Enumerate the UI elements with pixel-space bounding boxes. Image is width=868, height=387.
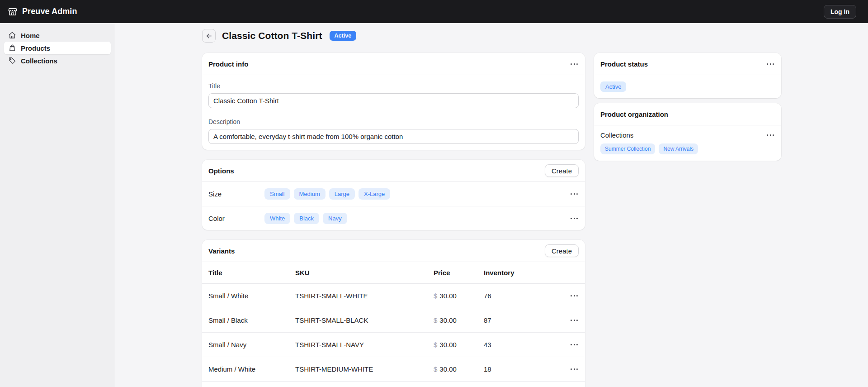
arrow-left-icon xyxy=(205,32,213,40)
collection-tag: Summer Collection xyxy=(600,143,655,154)
title-input[interactable] xyxy=(208,93,579,108)
column-header-price: Price xyxy=(434,269,484,277)
variant-row[interactable]: Small / White TSHIRT-SMALL-WHITE $30.00 … xyxy=(202,284,585,308)
sidebar: Home Products Collections xyxy=(0,23,115,387)
variant-title: Small / Navy xyxy=(208,341,295,349)
variant-sku: TSHIRT-MEDIUM-WHITE xyxy=(295,365,434,373)
variants-table-header: Title SKU Price Inventory xyxy=(202,262,585,284)
variant-menu-button[interactable] xyxy=(570,366,579,373)
option-row-color: Color White Black Navy xyxy=(202,206,585,230)
sidebar-item-home[interactable]: Home xyxy=(4,29,111,42)
create-variant-button[interactable]: Create xyxy=(545,244,579,257)
brand-name: Preuve Admin xyxy=(22,7,77,16)
variants-heading: Variants xyxy=(208,247,235,255)
variant-inventory: 43 xyxy=(484,341,565,349)
sidebar-item-collections[interactable]: Collections xyxy=(4,54,111,67)
option-value-tag: Medium xyxy=(294,188,326,200)
option-size-menu-button[interactable] xyxy=(570,191,579,197)
variant-price: $30.00 xyxy=(434,365,484,373)
options-card: Options Create Size Small Medium Large X… xyxy=(202,160,585,230)
variant-menu-button[interactable] xyxy=(570,341,579,348)
sidebar-item-label: Collections xyxy=(21,57,57,65)
variant-sku: TSHIRT-SMALL-NAVY xyxy=(295,341,434,349)
option-value-tag: Black xyxy=(294,213,319,224)
status-badge: Active xyxy=(330,31,357,41)
back-button[interactable] xyxy=(202,29,216,43)
page-header: Classic Cotton T-Shirt Active xyxy=(202,29,781,43)
sidebar-item-label: Products xyxy=(21,44,50,52)
column-header-inventory: Inventory xyxy=(484,269,565,277)
tag-icon xyxy=(8,57,16,65)
variant-price: $30.00 xyxy=(434,341,484,349)
collections-label: Collections xyxy=(600,131,633,139)
variants-card: Variants Create Title SKU Price Inventor… xyxy=(202,240,585,387)
column-header-title: Title xyxy=(208,269,295,277)
option-value-tag: X-Large xyxy=(359,188,390,200)
sidebar-item-label: Home xyxy=(21,32,40,39)
option-value-tag: White xyxy=(264,213,290,224)
product-info-heading: Product info xyxy=(208,60,248,68)
column-header-sku: SKU xyxy=(295,269,434,277)
options-heading: Options xyxy=(208,167,234,175)
description-input[interactable] xyxy=(208,129,579,144)
home-icon xyxy=(8,31,16,39)
option-color-menu-button[interactable] xyxy=(570,215,579,222)
variant-menu-button[interactable] xyxy=(570,292,579,299)
login-button[interactable]: Log In xyxy=(824,5,856,19)
variant-menu-button[interactable] xyxy=(570,317,579,324)
product-info-card: Product info Title Description xyxy=(202,53,585,150)
create-option-button[interactable]: Create xyxy=(545,164,579,177)
variant-sku: TSHIRT-SMALL-WHITE xyxy=(295,292,434,300)
product-status-badge: Active xyxy=(600,81,626,92)
variant-title: Small / White xyxy=(208,292,295,300)
brand: Preuve Admin xyxy=(8,7,77,17)
product-organization-heading: Product organization xyxy=(600,110,668,118)
variant-row[interactable]: Small / Black TSHIRT-SMALL-BLACK $30.00 … xyxy=(202,308,585,333)
description-field-label: Description xyxy=(208,118,579,125)
option-value-tag: Navy xyxy=(323,213,347,224)
product-organization-card: Product organization Collections Summer … xyxy=(594,103,781,161)
variant-price: $30.00 xyxy=(434,292,484,300)
variants-table-overflow xyxy=(202,382,585,387)
sidebar-item-products[interactable]: Products xyxy=(4,42,111,54)
variant-row[interactable]: Small / Navy TSHIRT-SMALL-NAVY $30.00 43 xyxy=(202,333,585,357)
variant-inventory: 87 xyxy=(484,316,565,324)
variant-price: $30.00 xyxy=(434,316,484,324)
variant-row[interactable]: Medium / White TSHIRT-MEDIUM-WHITE $30.0… xyxy=(202,357,585,382)
option-value-tag: Large xyxy=(329,188,355,200)
topbar: Preuve Admin Log In xyxy=(0,0,868,23)
option-label: Color xyxy=(208,215,264,222)
product-info-menu-button[interactable] xyxy=(570,61,579,67)
shopping-bag-icon xyxy=(8,44,16,52)
variant-title: Small / Black xyxy=(208,316,295,324)
collection-tag: New Arrivals xyxy=(659,143,698,154)
variant-title: Medium / White xyxy=(208,365,295,373)
page-title: Classic Cotton T-Shirt xyxy=(222,30,322,41)
collections-menu-button[interactable] xyxy=(766,132,775,139)
product-status-heading: Product status xyxy=(600,60,648,68)
variant-sku: TSHIRT-SMALL-BLACK xyxy=(295,316,434,324)
title-field-label: Title xyxy=(208,82,579,90)
option-label: Size xyxy=(208,190,264,198)
variant-inventory: 76 xyxy=(484,292,565,300)
main-content: Classic Cotton T-Shirt Active Product in… xyxy=(115,23,868,387)
product-status-menu-button[interactable] xyxy=(766,61,775,67)
option-row-size: Size Small Medium Large X-Large xyxy=(202,182,585,206)
product-status-card: Product status Active xyxy=(594,53,781,98)
variant-inventory: 18 xyxy=(484,365,565,373)
option-value-tag: Small xyxy=(264,188,290,200)
storefront-icon xyxy=(8,7,18,17)
